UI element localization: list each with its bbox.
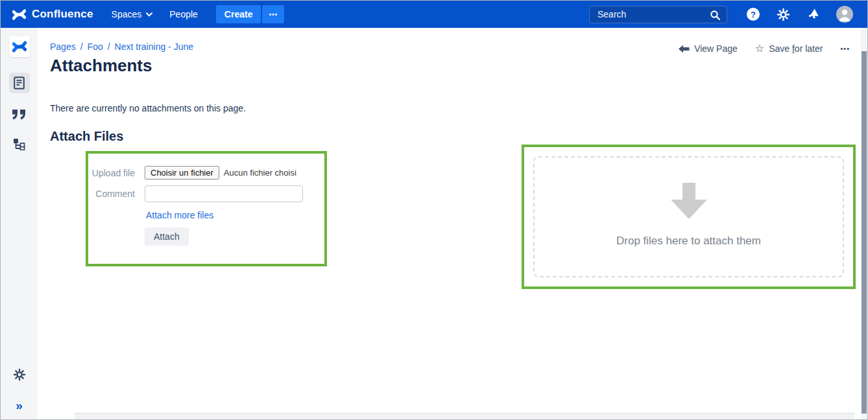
user-avatar[interactable] (836, 6, 853, 23)
attach-more-files-link[interactable]: Attach more files (146, 210, 213, 220)
dropzone-annotation-box: Drop files here to attach them (522, 145, 856, 289)
nav-left-group: Confluence Spaces People Create ••• (1, 5, 284, 23)
chevron-down-icon (146, 12, 152, 17)
sidebar-item-pages[interactable] (9, 73, 30, 93)
announcements-button[interactable] (807, 8, 821, 21)
megaphone-icon (807, 8, 821, 21)
tree-icon (13, 138, 25, 150)
confluence-logo-icon (12, 8, 26, 21)
space-sidebar: » (1, 28, 38, 419)
dropzone-message: Drop files here to attach them (616, 235, 761, 248)
save-for-later-button[interactable]: ☆ Save for later (755, 43, 823, 54)
document-icon (14, 76, 25, 89)
attach-button[interactable]: Attach (145, 228, 189, 246)
breadcrumb: Pages/Foo/Next training - June (50, 41, 193, 52)
scrollbar-thumb[interactable] (862, 51, 867, 414)
sidebar-item-page-tree[interactable] (9, 134, 30, 154)
attach-files-heading: Attach Files (50, 129, 123, 144)
comment-input[interactable] (145, 185, 303, 202)
view-page-label: View Page (694, 43, 738, 54)
page-more-button[interactable]: ••• (840, 45, 850, 52)
breadcrumb-page-link[interactable]: Next training - June (115, 41, 193, 52)
page-actions: View Page ☆ Save for later ••• (679, 43, 850, 54)
nav-spaces-label: Spaces (112, 9, 142, 19)
breadcrumb-separator: / (80, 41, 83, 52)
admin-settings-button[interactable] (777, 8, 790, 21)
save-for-later-label: Save for later (769, 43, 823, 54)
page-title: Attachments (50, 56, 152, 76)
person-icon (836, 6, 853, 23)
nav-spaces-menu[interactable]: Spaces (112, 9, 153, 19)
help-button[interactable]: ? (747, 8, 760, 21)
upload-file-label: Upload file (88, 168, 135, 178)
sidebar-item-blog[interactable] (9, 104, 30, 124)
gear-icon (777, 8, 790, 21)
view-page-button[interactable]: View Page (679, 43, 738, 54)
sidebar-bottom-group: » (9, 364, 30, 419)
file-chosen-status: Aucun fichier choisi (224, 168, 296, 178)
help-icon: ? (747, 8, 760, 21)
create-more-button[interactable]: ••• (262, 5, 284, 23)
search-icon[interactable] (710, 10, 721, 23)
download-arrow-icon (671, 183, 707, 219)
bottom-scroll-strip (75, 413, 854, 419)
upload-file-row: Upload file Choisir un fichier Aucun fic… (88, 166, 324, 180)
space-settings-button[interactable] (9, 364, 30, 385)
file-dropzone[interactable]: Drop files here to attach them (533, 156, 844, 277)
nav-people-link[interactable]: People (169, 9, 198, 19)
back-arrow-icon (679, 45, 690, 53)
search-box[interactable] (589, 6, 727, 23)
nav-right-group: ? (589, 6, 868, 23)
confluence-home-link[interactable]: Confluence (12, 8, 93, 21)
app-name: Confluence (32, 8, 93, 21)
confluence-window: Confluence Spaces People Create ••• (0, 0, 868, 420)
top-navigation: Confluence Spaces People Create ••• (1, 1, 868, 28)
choose-file-button[interactable]: Choisir un fichier (145, 166, 219, 180)
vertical-scrollbar[interactable] (861, 28, 867, 419)
quote-icon (12, 109, 27, 120)
comment-row: Comment (88, 185, 324, 202)
main-content: Pages/Foo/Next training - June View Page… (38, 28, 861, 419)
no-attachments-message: There are currently no attachments on th… (50, 103, 246, 113)
create-button[interactable]: Create (216, 5, 261, 23)
gear-icon (13, 368, 26, 381)
breadcrumb-pages-link[interactable]: Pages (50, 41, 76, 52)
breadcrumb-space-link[interactable]: Foo (88, 41, 103, 52)
comment-label: Comment (88, 189, 135, 199)
space-logo-icon (12, 40, 27, 54)
attach-form-annotation-box: Upload file Choisir un fichier Aucun fic… (86, 151, 327, 266)
nav-people-label: People (169, 9, 198, 19)
breadcrumb-separator: / (108, 41, 110, 52)
star-icon: ☆ (755, 43, 764, 54)
expand-sidebar-button[interactable]: » (16, 399, 23, 412)
space-logo[interactable] (9, 36, 30, 57)
